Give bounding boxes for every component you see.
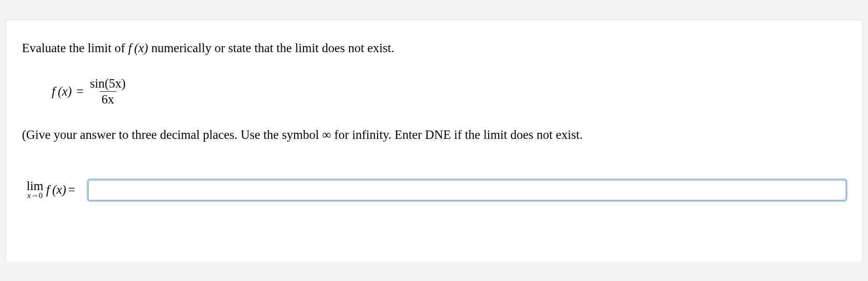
equation-fraction: sin(5x) 6x: [88, 77, 128, 106]
equation-denominator: 6x: [100, 91, 116, 106]
equation-lhs: f (x): [52, 83, 72, 100]
limit-notation: lim x→0: [27, 181, 43, 199]
answer-input[interactable]: [88, 180, 846, 200]
answer-row: lim x→0 f (x) =: [22, 180, 846, 200]
answer-fx: f (x): [46, 181, 66, 198]
equation-block: f (x) = sin(5x) 6x: [22, 77, 846, 106]
limit-label: lim: [27, 181, 43, 192]
page: Evaluate the limit of f (x) numerically …: [0, 0, 868, 281]
equation-row: f (x) = sin(5x) 6x: [52, 77, 846, 106]
instruction-text: (Give your answer to three decimal place…: [22, 126, 846, 143]
equation-equals: =: [76, 83, 83, 100]
prompt-suffix: numerically or state that the limit does…: [148, 41, 394, 55]
question-prompt: Evaluate the limit of f (x) numerically …: [22, 40, 846, 56]
prompt-prefix: Evaluate the limit of: [22, 41, 128, 55]
answer-label: lim x→0 f (x) =: [27, 181, 75, 199]
limit-subscript: x→0: [27, 192, 42, 199]
question-panel: Evaluate the limit of f (x) numerically …: [6, 20, 862, 262]
answer-equals: =: [68, 181, 75, 198]
equation-numerator: sin(5x): [88, 77, 128, 91]
prompt-fx: f (x): [128, 41, 148, 55]
